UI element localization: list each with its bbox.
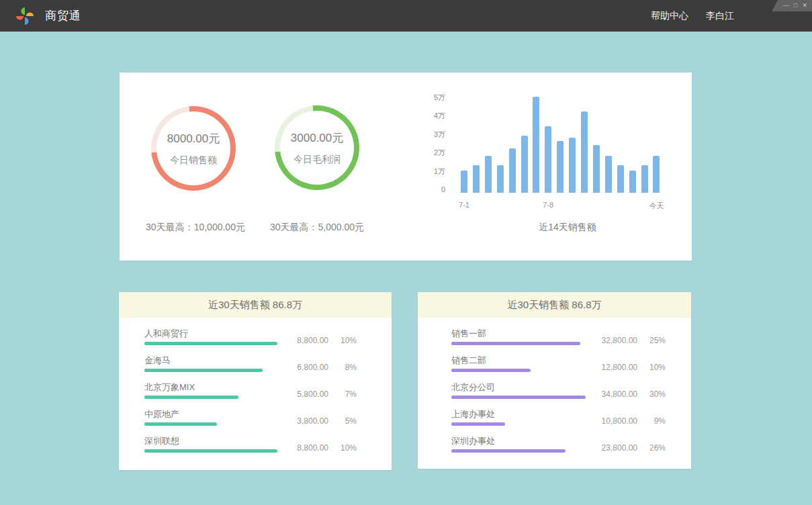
row-amount: 32,800.00 [586,336,637,345]
chart-bar [605,156,612,193]
today-sales-label: 今日销售额 [167,154,220,167]
row-name: 中原地产 [144,408,279,420]
list-item: 金海马 6,800.00 8% [144,355,357,372]
list-item: 上海办事处 10,800.00 9% [451,408,666,426]
list-item: 北京分公司 34,800.00 30% [451,381,666,399]
bar-chart-title: 近14天销售额 [476,222,660,234]
row-name: 深圳联想 [144,435,279,447]
row-amount: 12,800.00 [586,363,637,372]
row-amount: 10,800.00 [586,416,637,426]
row-progress-bar [451,449,566,453]
list-item: 深圳联想 8,800.00 10% [144,435,357,453]
bar-chart-y-axis: 5万4万3万2万1万0 [395,73,445,207]
row-percent: 10% [328,443,357,453]
row-amount: 5,800.00 [279,389,328,399]
row-progress-bar [144,369,263,372]
chart-bar [653,156,660,193]
row-percent: 9% [637,416,666,426]
chart-bar [473,165,480,193]
y-axis-tick: 1万 [395,167,445,176]
sales-14day-bar-chart [461,95,662,193]
ranking-list: 销售一部 32,800.00 25% 销售二部 12,800.00 10% 北京… [418,318,691,453]
row-name: 金海马 [144,355,279,366]
today-sales-donut-chart: 8000.00元 今日销售额 [151,106,236,191]
y-axis-tick: 2万 [395,148,445,157]
row-percent: 10% [328,336,357,345]
row-percent: 8% [328,363,357,372]
row-percent: 26% [637,443,666,453]
row-name: 北京万象MIX [144,381,279,393]
close-icon[interactable]: ✕ [802,3,807,9]
row-amount: 34,800.00 [586,389,637,399]
row-amount: 3,800.00 [279,416,328,426]
row-progress-bar [144,449,277,453]
chart-bar [533,97,539,193]
row-name: 销售一部 [451,328,586,339]
chart-bar [485,156,492,193]
row-name: 人和商贸行 [144,328,279,339]
profit-30day-max-caption: 30天最高：5,000.00元 [241,222,393,234]
chart-bar [461,171,467,193]
dashboard-page: 商贸通 帮助中心 李白江 — □ ✕ 8000.00元 今日销售额 3000.0… [0,0,812,505]
row-name: 上海办事处 [451,408,586,420]
row-percent: 25% [637,336,666,345]
row-name: 销售二部 [451,355,586,366]
x-axis-tick: 7-1 [459,201,469,209]
row-amount: 23,800.00 [586,443,637,453]
list-item: 深圳办事处 23,800.00 26% [451,435,666,453]
help-center-link[interactable]: 帮助中心 [651,10,688,22]
y-axis-tick: 0 [395,185,445,194]
donut-center-text: 3000.00元 今日毛利润 [291,130,343,166]
row-percent: 30% [637,389,666,399]
row-percent: 10% [637,363,666,372]
customer-ranking-card: 近30天销售额 86.8万 人和商贸行 8,800.00 10% 金海马 6,8… [119,292,392,470]
today-sales-value: 8000.00元 [167,131,220,146]
app-logo-pinwheel-icon [15,6,35,26]
x-axis-tick: 今天 [649,201,664,211]
current-user-link[interactable]: 李白江 [706,10,734,22]
chart-bar [569,138,576,193]
maximize-icon[interactable]: □ [794,3,797,9]
row-amount: 6,800.00 [279,363,328,372]
today-profit-donut-chart: 3000.00元 今日毛利润 [275,105,359,190]
row-progress-bar [451,342,580,345]
chart-bar [521,136,528,193]
y-axis-tick: 3万 [395,130,445,139]
row-progress-bar [451,422,505,426]
x-axis-tick: 7-8 [543,201,553,209]
overview-card: 8000.00元 今日销售额 3000.00元 今日毛利润 30天最高：10,0… [120,73,692,261]
list-item: 人和商贸行 8,800.00 10% [144,328,357,345]
chart-bar [629,171,636,193]
bar-chart-x-axis: 7-17-8今天 [461,201,662,210]
chart-bar [641,165,648,193]
chart-bar [557,141,563,193]
row-progress-bar [144,422,217,426]
chart-bar [617,165,624,193]
title-bar: 商贸通 帮助中心 李白江 — □ ✕ [0,0,812,32]
chart-bar [593,145,600,193]
today-profit-label: 今日毛利润 [291,154,343,166]
chart-bar [545,126,551,193]
row-progress-bar [451,369,531,372]
row-percent: 5% [328,416,357,426]
window-controls: — □ ✕ [772,0,812,11]
chart-bar [497,165,504,193]
ranking-list: 人和商贸行 8,800.00 10% 金海马 6,800.00 8% 北京万象M… [119,318,392,453]
row-name: 北京分公司 [451,381,586,393]
y-axis-tick: 4万 [395,111,445,120]
list-item: 销售一部 32,800.00 25% [451,328,666,345]
list-item: 中原地产 3,800.00 5% [144,408,357,426]
chart-bar [581,111,588,193]
today-profit-value: 3000.00元 [291,130,343,146]
row-progress-bar [451,396,586,399]
app-title: 商贸通 [45,8,81,24]
card-header: 近30天销售额 86.8万 [418,292,691,318]
row-progress-bar [144,342,277,345]
department-ranking-card: 近30天销售额 86.8万 销售一部 32,800.00 25% 销售二部 12… [418,292,691,469]
row-amount: 8,800.00 [279,336,328,345]
minimize-icon[interactable]: — [783,3,789,9]
row-amount: 8,800.00 [279,443,328,453]
chart-bar [509,148,516,193]
list-item: 北京万象MIX 5,800.00 7% [144,381,357,399]
row-name: 深圳办事处 [451,435,586,447]
